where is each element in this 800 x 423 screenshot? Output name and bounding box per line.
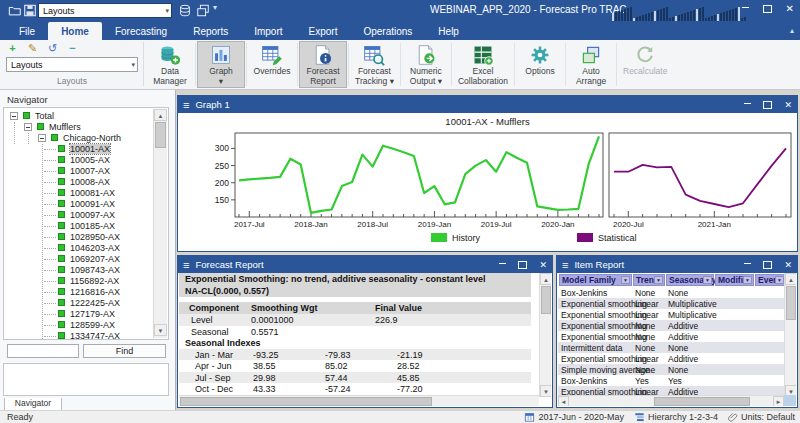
item-report-row[interactable]: Exponential smoothingNoneAdditive	[558, 331, 786, 342]
menu-tab-forecasting[interactable]: Forecasting	[102, 22, 180, 40]
item-report-row[interactable]: Intermittent dataNoneNone	[558, 342, 786, 353]
window-menu-icon[interactable]: ≡	[562, 260, 568, 270]
navigator-scrollbar[interactable]: ▲ ▼	[153, 109, 167, 338]
minimize-button[interactable]	[742, 7, 749, 8]
graph-window-titlebar[interactable]: ≡ Graph 1 ✕	[178, 96, 797, 113]
menu-tab-operations[interactable]: Operations	[350, 22, 425, 40]
customize-toolbar-icon[interactable]: ▾	[213, 3, 227, 18]
horizontal-scrollbar[interactable]: ◄ ►	[558, 395, 784, 406]
scrollbar-thumb[interactable]	[654, 397, 750, 406]
ribbon-button-forecast-tracking[interactable]: Forecast Tracking ▾	[350, 41, 399, 88]
scrollbar-thumb[interactable]	[155, 122, 166, 148]
scroll-down-icon[interactable]: ▼	[540, 385, 551, 397]
tree-branch-Total[interactable]: Total	[4, 111, 154, 122]
data-cylinder-icon[interactable]	[178, 3, 192, 18]
tree-branch-Mufflers[interactable]: Mufflers	[4, 122, 154, 133]
edit-layout-icon[interactable]: ✎	[26, 42, 39, 55]
column-header-seasonality[interactable]: Seasonality▼	[666, 274, 714, 286]
item-report-row[interactable]: Exponential smoothingLinearAdditive	[558, 353, 786, 364]
forecast-report-titlebar[interactable]: ≡ Forecast Report ✕	[178, 256, 552, 273]
maximize-button[interactable]	[763, 5, 772, 13]
save-icon[interactable]	[23, 3, 37, 18]
scroll-right-icon[interactable]: ►	[773, 396, 784, 406]
filter-dropdown-icon[interactable]: ▼	[703, 276, 712, 284]
scroll-up-icon[interactable]: ▲	[540, 273, 551, 285]
menu-tab-import[interactable]: Import	[241, 22, 295, 40]
ribbon-button-auto-arrange[interactable]: Auto Arrange	[567, 41, 615, 88]
filter-dropdown-icon[interactable]: ▼	[621, 276, 630, 284]
collapse-ribbon-icon[interactable]: ▴	[790, 26, 794, 35]
item-report-titlebar[interactable]: ≡ Item Report ✕	[557, 256, 797, 273]
tree-item-10001-AX[interactable]: 10001-AX	[4, 144, 154, 155]
scroll-left-icon[interactable]: ◄	[558, 396, 569, 406]
horizontal-scrollbar[interactable]	[179, 395, 539, 406]
ribbon-button-forecast-report[interactable]: Forecast Report	[299, 41, 347, 88]
menu-tab-home[interactable]: Home	[48, 22, 102, 40]
menu-tab-file[interactable]: File	[6, 22, 48, 40]
tree-item-1069207-AX[interactable]: 1069207-AX	[4, 254, 154, 265]
tree-item-10008-AX[interactable]: 10008-AX	[4, 177, 154, 188]
tree-item-1098743-AX[interactable]: 1098743-AX	[4, 265, 154, 276]
maximize-button[interactable]	[763, 261, 772, 269]
navigator-notes-box[interactable]	[3, 363, 169, 396]
scroll-down-icon[interactable]: ▼	[154, 324, 167, 336]
layouts-combo[interactable]: Layouts ▾	[6, 57, 138, 72]
ribbon-button-numeric-output[interactable]: Numeric Output ▾	[402, 41, 450, 88]
scroll-up-icon[interactable]: ▲	[785, 273, 796, 285]
item-report-row[interactable]: Exponential smoothingNoneAdditive	[558, 320, 786, 331]
remove-layout-icon[interactable]: −	[66, 42, 79, 55]
scroll-up-icon[interactable]: ▲	[154, 109, 167, 121]
undo-icon[interactable]: ↺	[46, 42, 59, 55]
add-layout-icon[interactable]: +	[6, 42, 19, 55]
item-report-row[interactable]: Exponential smoothingLinearMultiplicativ…	[558, 298, 786, 309]
vertical-scrollbar[interactable]: ▲ ▼	[539, 273, 551, 397]
scrollbar-thumb[interactable]	[786, 286, 796, 320]
copy-layout-icon[interactable]	[196, 3, 210, 18]
menu-tab-reports[interactable]: Reports	[180, 22, 241, 40]
minimize-button[interactable]	[499, 263, 506, 264]
quick-access-layouts-combo[interactable]: Layouts ▾	[38, 3, 172, 18]
close-button[interactable]: ✕	[784, 260, 792, 270]
close-button[interactable]: ✕	[539, 260, 547, 270]
column-header-model-family[interactable]: Model Family▼	[559, 274, 632, 286]
column-header-trend[interactable]: Trend▼	[633, 274, 665, 286]
item-report-row[interactable]: Box-JenkinsYesYes	[558, 375, 786, 386]
ribbon-button-overrides[interactable]: Overrides	[248, 41, 296, 88]
filter-dropdown-icon[interactable]: ▼	[654, 276, 663, 284]
tree-item-1216816-AX[interactable]: 1216816-AX	[4, 287, 154, 298]
item-report-row[interactable]: Simple moving averageNoneNone	[558, 364, 786, 375]
find-input[interactable]	[7, 344, 79, 358]
tree-item-100091-AX[interactable]: 100091-AX	[4, 199, 154, 210]
item-report-row[interactable]: Exponential smoothingLinearMultiplicativ…	[558, 309, 786, 320]
close-button[interactable]: ✕	[784, 100, 792, 110]
collapse-icon[interactable]	[10, 112, 18, 120]
ribbon-button-data-manager[interactable]: Data Manager	[146, 41, 194, 88]
maximize-button[interactable]	[518, 261, 527, 269]
tree-item-1028950-AX[interactable]: 1028950-AX	[4, 232, 154, 243]
collapse-icon[interactable]	[38, 134, 46, 142]
ribbon-button-graph[interactable]: Graph ▾	[197, 41, 245, 88]
tree-branch-Chicago-North[interactable]: Chicago-North	[4, 133, 154, 144]
tree-item-1156892-AX[interactable]: 1156892-AX	[4, 276, 154, 287]
ribbon-button-excel-collaboration[interactable]: Excel Collaboration	[453, 41, 513, 88]
menu-tab-help[interactable]: Help	[425, 22, 472, 40]
scrollbar-thumb[interactable]	[541, 286, 551, 314]
scrollbar-thumb[interactable]	[180, 397, 432, 406]
window-menu-icon[interactable]: ≡	[183, 260, 189, 270]
tree-item-128599-AX[interactable]: 128599-AX	[4, 320, 154, 331]
tree-item-127179-AX[interactable]: 127179-AX	[4, 309, 154, 320]
close-button[interactable]: ✕	[786, 3, 794, 14]
item-report-row[interactable]: Box-JenkinsNoneNone	[558, 287, 786, 298]
open-folder-icon[interactable]	[8, 3, 22, 18]
tree-item-1334747-AX[interactable]: 1334747-AX	[4, 331, 154, 339]
minimize-button[interactable]	[744, 103, 751, 104]
find-button[interactable]: Find	[83, 344, 166, 358]
column-header-modifier[interactable]: Modifier▼	[715, 274, 754, 286]
column-header-event[interactable]: Event▼	[755, 274, 786, 286]
ribbon-button-options[interactable]: Options	[516, 41, 564, 88]
filter-dropdown-icon[interactable]: ▼	[775, 276, 784, 284]
minimize-button[interactable]	[744, 263, 751, 264]
tree-item-100185-AX[interactable]: 100185-AX	[4, 221, 154, 232]
tree-item-10005-AX[interactable]: 10005-AX	[4, 155, 154, 166]
collapse-icon[interactable]	[24, 123, 32, 131]
